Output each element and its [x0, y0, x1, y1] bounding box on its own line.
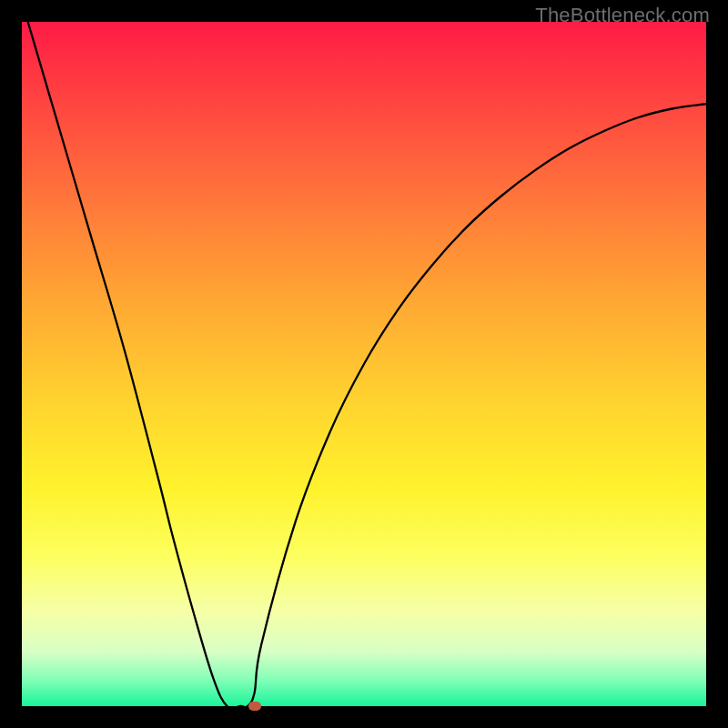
chart-frame: TheBottleneck.com	[0, 0, 728, 728]
bottleneck-curve	[22, 22, 706, 706]
optimum-marker	[248, 702, 261, 711]
plot-area	[22, 22, 706, 706]
curve-svg	[22, 22, 706, 706]
